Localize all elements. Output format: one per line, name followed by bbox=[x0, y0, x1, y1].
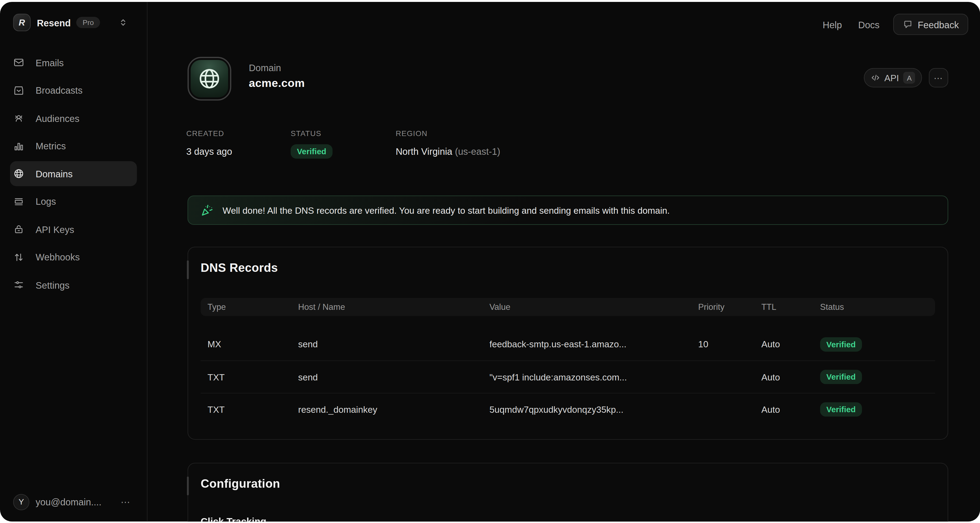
table-body: MX send feedback-smtp.us-east-1.amazo...… bbox=[200, 316, 935, 426]
dns-records-title: DNS Records bbox=[200, 261, 278, 275]
cell-status: Verified bbox=[813, 337, 935, 351]
status-badge: Verified bbox=[820, 402, 862, 417]
code-icon bbox=[870, 73, 880, 82]
sidebar-item-settings[interactable]: Settings bbox=[10, 273, 137, 297]
cell-ttl: Auto bbox=[754, 339, 813, 349]
user-account-row[interactable]: Y you@domain.... ⋯ bbox=[13, 493, 137, 510]
bar-chart-icon bbox=[13, 140, 24, 151]
domain-label: Domain bbox=[249, 62, 281, 73]
sidebar-item-logs[interactable]: Logs bbox=[10, 189, 137, 214]
cell-type: TXT bbox=[200, 372, 291, 382]
table-row[interactable]: TXT resend._domainkey 5uqmdw7qpxudkyvdon… bbox=[200, 393, 935, 426]
confetti-icon bbox=[200, 204, 213, 217]
brand-name: Resend bbox=[37, 17, 71, 28]
table-row[interactable]: MX send feedback-smtp.us-east-1.amazo...… bbox=[200, 328, 935, 361]
banner-message: Well done! All the DNS records are verif… bbox=[223, 205, 670, 216]
verification-success-banner: Well done! All the DNS records are verif… bbox=[188, 195, 948, 225]
plan-badge: Pro bbox=[76, 17, 100, 28]
rows-icon bbox=[13, 196, 24, 207]
created-label: CREATED bbox=[186, 129, 224, 138]
dns-records-card: DNS Records Type Host / Name Value Prior… bbox=[188, 247, 948, 440]
section-accent-bar bbox=[187, 477, 189, 495]
sidebar: R Resend Pro Emails Broadcasts A bbox=[0, 2, 148, 521]
column-header-host: Host / Name bbox=[291, 302, 483, 312]
click-tracking-label: Click Tracking bbox=[200, 516, 266, 521]
stage: R Resend Pro Emails Broadcasts A bbox=[0, 0, 980, 523]
arrows-up-down-icon bbox=[13, 252, 24, 263]
sidebar-item-metrics[interactable]: Metrics bbox=[10, 133, 137, 158]
sidebar-item-label: Audiences bbox=[36, 113, 80, 123]
status-badge: Verified bbox=[291, 144, 332, 158]
api-button[interactable]: API A bbox=[864, 68, 922, 87]
ellipsis-icon: ⋯ bbox=[934, 73, 943, 83]
table-row[interactable]: TXT send "v=spf1 include:amazonses.com..… bbox=[200, 360, 935, 393]
cell-status: Verified bbox=[813, 402, 935, 417]
sidebar-item-api-keys[interactable]: API Keys bbox=[10, 217, 137, 242]
help-link[interactable]: Help bbox=[822, 19, 842, 30]
mail-icon bbox=[13, 57, 24, 68]
configuration-card: Configuration Click Tracking bbox=[188, 463, 948, 521]
cell-type: TXT bbox=[200, 404, 291, 414]
cell-ttl: Auto bbox=[754, 372, 813, 382]
section-accent-bar bbox=[187, 260, 189, 279]
cell-type: MX bbox=[200, 339, 291, 349]
cell-status: Verified bbox=[813, 370, 935, 384]
sliders-icon bbox=[13, 279, 24, 290]
chevron-up-down-icon[interactable] bbox=[118, 17, 128, 27]
sidebar-item-broadcasts[interactable]: Broadcasts bbox=[10, 78, 137, 103]
sidebar-item-label: Emails bbox=[36, 57, 64, 68]
column-header-priority: Priority bbox=[691, 302, 754, 312]
sidebar-item-label: Settings bbox=[36, 279, 70, 290]
table-header-row: Type Host / Name Value Priority TTL Stat… bbox=[200, 298, 935, 316]
domain-avatar-tile bbox=[188, 57, 231, 100]
sidebar-item-label: Metrics bbox=[36, 141, 66, 151]
api-button-label: API bbox=[885, 73, 899, 83]
users-icon bbox=[13, 113, 24, 124]
top-header: Help Docs Feedback bbox=[807, 14, 968, 35]
column-header-ttl: TTL bbox=[754, 302, 813, 312]
cell-priority: 10 bbox=[691, 339, 754, 349]
sidebar-item-label: API Keys bbox=[36, 224, 74, 235]
feedback-button[interactable]: Feedback bbox=[893, 14, 968, 35]
user-email: you@domain.... bbox=[36, 497, 101, 507]
more-options-button[interactable]: ⋯ bbox=[929, 68, 948, 87]
docs-link[interactable]: Docs bbox=[858, 19, 880, 30]
status-badge: Verified bbox=[820, 370, 862, 384]
sidebar-item-audiences[interactable]: Audiences bbox=[10, 106, 137, 131]
region-name: North Virginia bbox=[396, 146, 452, 157]
created-value: 3 days ago bbox=[186, 146, 232, 157]
lock-icon bbox=[13, 223, 24, 235]
cell-ttl: Auto bbox=[754, 404, 813, 414]
ellipsis-icon[interactable]: ⋯ bbox=[121, 496, 131, 507]
column-header-type: Type bbox=[200, 302, 291, 312]
feedback-label: Feedback bbox=[918, 19, 959, 30]
configuration-title: Configuration bbox=[200, 477, 280, 491]
globe-icon bbox=[13, 168, 24, 179]
sidebar-nav: Emails Broadcasts Audiences Metrics Doma… bbox=[10, 50, 137, 300]
status-label: STATUS bbox=[291, 129, 321, 138]
cell-host: send bbox=[291, 372, 483, 382]
globe-icon bbox=[197, 67, 221, 90]
sidebar-item-label: Logs bbox=[36, 196, 56, 207]
region-label: REGION bbox=[396, 129, 428, 138]
resend-logo-icon: R bbox=[13, 14, 30, 31]
sidebar-item-domains[interactable]: Domains bbox=[10, 161, 137, 186]
sidebar-item-webhooks[interactable]: Webhooks bbox=[10, 244, 137, 269]
cell-host: resend._domainkey bbox=[291, 404, 483, 414]
workspace-switcher[interactable]: R Resend Pro bbox=[13, 13, 138, 32]
region-code: (us-east-1) bbox=[455, 146, 500, 157]
region-value: North Virginia (us-east-1) bbox=[396, 146, 500, 157]
sidebar-item-label: Webhooks bbox=[36, 252, 80, 262]
cell-value: "v=spf1 include:amazonses.com... bbox=[483, 372, 691, 382]
sidebar-item-emails[interactable]: Emails bbox=[10, 50, 137, 75]
sidebar-item-label: Broadcasts bbox=[36, 85, 83, 95]
broadcast-inbox-icon bbox=[13, 85, 24, 96]
cell-value: feedback-smtp.us-east-1.amazo... bbox=[483, 339, 691, 349]
page-title-domain-name: acme.com bbox=[249, 77, 305, 90]
column-header-value: Value bbox=[483, 302, 691, 312]
app-window: R Resend Pro Emails Broadcasts A bbox=[0, 2, 980, 521]
avatar: Y bbox=[13, 494, 29, 510]
dns-records-table: Type Host / Name Value Priority TTL Stat… bbox=[200, 298, 935, 425]
keyboard-shortcut-badge: A bbox=[904, 72, 915, 84]
cell-host: send bbox=[291, 339, 483, 349]
